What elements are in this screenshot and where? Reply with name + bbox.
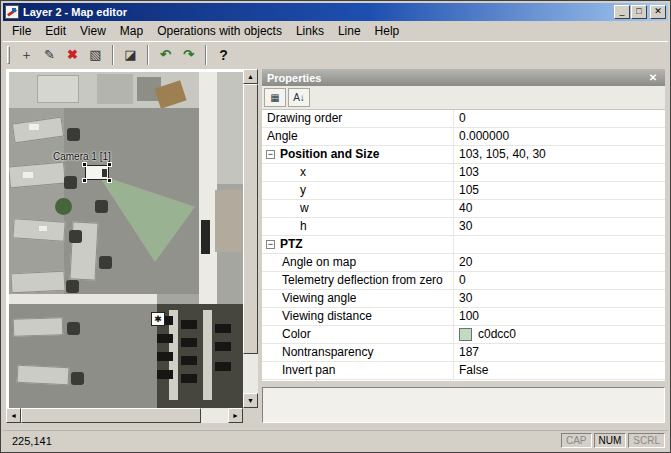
map-decor	[217, 72, 243, 184]
map-horizontal-scrollbar[interactable]: ◄ ►	[6, 408, 243, 423]
maximize-button[interactable]: □	[631, 5, 647, 19]
categorized-icon: ▦	[270, 92, 279, 103]
main-toolbar: ＋ ✎ ✖ ▧ ◪ ↶ ↷ ?	[3, 41, 668, 67]
scroll-up-icon: ▲	[247, 73, 254, 80]
add-object-button[interactable]: ＋	[15, 44, 38, 66]
property-row: w 40	[262, 200, 665, 218]
map-decor	[97, 74, 133, 104]
menu-item-line[interactable]: Line	[331, 22, 368, 40]
property-value: 30	[459, 218, 472, 235]
map-chair	[67, 322, 80, 335]
collapse-icon[interactable]: −	[266, 150, 275, 159]
menu-item-edit[interactable]: Edit	[38, 22, 73, 40]
map-chair	[69, 230, 82, 243]
scroll-track[interactable]	[243, 354, 258, 393]
camera-label: Camera 1 [1]	[53, 151, 111, 162]
add-object-icon: ＋	[20, 46, 33, 64]
map-chair	[95, 200, 108, 213]
properties-header[interactable]: Properties ✕	[262, 69, 665, 86]
menu-item-file[interactable]: File	[5, 22, 38, 40]
menu-item-links[interactable]: Links	[289, 22, 331, 40]
cursor-coordinates: 225,141	[12, 435, 52, 447]
property-label: Invert pan	[282, 362, 335, 379]
help-button[interactable]: ?	[212, 44, 235, 66]
undo-icon: ↶	[160, 47, 171, 62]
camera-object[interactable]	[85, 165, 109, 180]
map-object-icon[interactable]: ✱	[151, 312, 165, 326]
map-chair	[66, 280, 79, 293]
scroll-right-icon: ►	[232, 412, 239, 419]
menu-item-help[interactable]: Help	[368, 22, 407, 40]
scroll-left-button[interactable]: ◄	[6, 408, 21, 423]
property-label: Viewing angle	[282, 290, 357, 307]
property-label: Drawing order	[267, 110, 342, 127]
property-label: x	[300, 164, 306, 181]
properties-close-icon[interactable]: ✕	[646, 72, 660, 83]
keyboard-indicators: CAP NUM SCRL	[561, 433, 665, 448]
map-chair	[64, 176, 77, 189]
application-window: Layer 2 - Map editor _ □ ✕ File Edit Vie…	[0, 0, 671, 453]
redo-button[interactable]: ↷	[177, 44, 200, 66]
property-label: Angle	[267, 128, 298, 145]
alphabetical-sort-button[interactable]: A↓	[288, 88, 310, 107]
edit-area-icon: ▧	[89, 47, 101, 62]
selection-handle[interactable]	[82, 178, 87, 183]
map-vertical-scrollbar[interactable]: ▲ ▼	[243, 69, 258, 408]
property-grid: Drawing order 0 Angle 0.000000 − Positio…	[262, 110, 665, 381]
scroll-up-button[interactable]: ▲	[243, 69, 258, 84]
close-button[interactable]: ✕	[650, 5, 666, 19]
map-chair	[215, 342, 231, 351]
properties-title: Properties	[267, 72, 321, 84]
vertical-scroll-thumb[interactable]	[243, 84, 258, 354]
property-value: 187	[459, 344, 479, 361]
menu-item-map[interactable]: Map	[113, 22, 150, 40]
map-chair	[99, 256, 112, 269]
scroll-down-button[interactable]: ▼	[243, 393, 258, 408]
minimize-button[interactable]: _	[614, 5, 630, 19]
map-viewport[interactable]: Camera 1 [1] ✱	[6, 69, 243, 408]
property-row: Color c0dcc0	[262, 326, 665, 344]
toolbar-grip[interactable]	[7, 46, 10, 64]
scroll-right-button[interactable]: ►	[228, 408, 243, 423]
properties-toolbar: ▦ A↓	[262, 86, 665, 110]
delete-object-button[interactable]: ✖	[61, 44, 84, 66]
draw-line-button[interactable]: ✎	[38, 44, 61, 66]
selection-handle[interactable]	[82, 162, 87, 167]
horizontal-scroll-thumb[interactable]	[21, 408, 201, 423]
collapse-icon[interactable]: −	[266, 240, 275, 249]
selection-handle[interactable]	[107, 178, 112, 183]
property-row: Angle on map 20	[262, 254, 665, 272]
menu-item-view[interactable]: View	[73, 22, 113, 40]
map-decor	[201, 220, 210, 254]
camera-lens	[102, 169, 107, 177]
title-bar[interactable]: Layer 2 - Map editor _ □ ✕	[3, 3, 668, 21]
edit-area-button[interactable]: ▧	[84, 44, 107, 66]
property-description-box	[262, 387, 665, 423]
toolbar-separator	[147, 45, 149, 65]
map-desk	[11, 271, 66, 294]
map-decor	[215, 190, 242, 252]
eraser-icon: ◪	[124, 47, 136, 62]
map-chair	[71, 372, 84, 385]
property-label: Angle on map	[282, 254, 356, 271]
map-chair	[215, 362, 231, 371]
map-decor	[39, 226, 47, 231]
selection-handle[interactable]	[107, 162, 112, 167]
map-chair	[157, 352, 173, 361]
color-swatch	[459, 328, 472, 341]
property-value: 20	[459, 254, 472, 271]
menu-item-operations-with-objects[interactable]: Operations with objects	[150, 22, 289, 40]
property-value: 105	[459, 182, 479, 199]
map-decor	[23, 172, 33, 178]
categorized-view-button[interactable]: ▦	[264, 88, 286, 107]
scroll-down-icon: ▼	[247, 397, 254, 404]
map-canvas[interactable]: Camera 1 [1] ✱	[9, 72, 243, 408]
eraser-button[interactable]: ◪	[119, 44, 142, 66]
undo-button[interactable]: ↶	[154, 44, 177, 66]
map-chair	[181, 374, 197, 383]
scroll-track[interactable]	[201, 408, 228, 423]
property-row: Viewing angle 30	[262, 290, 665, 308]
property-label: PTZ	[280, 236, 303, 253]
map-decor	[37, 75, 79, 103]
property-label: Color	[282, 326, 311, 343]
